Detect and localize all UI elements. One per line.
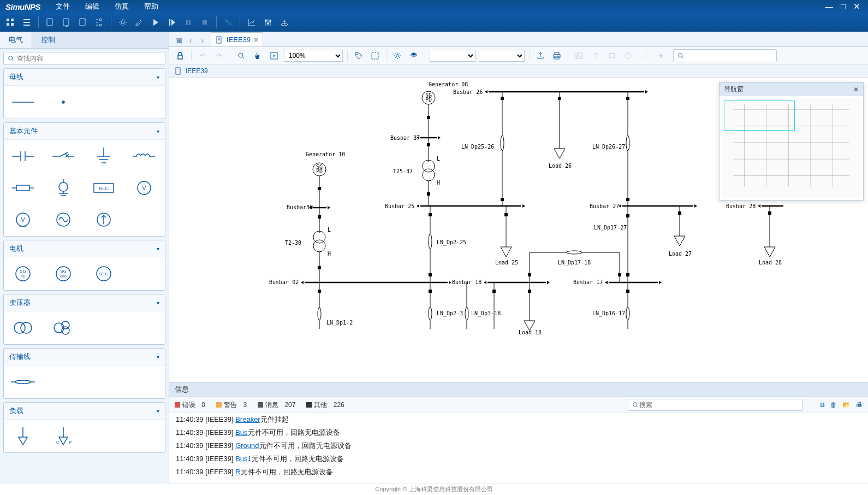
menu-file[interactable]: 文件 [48,2,78,11]
svg-marker-143 [554,149,565,158]
canvas-search[interactable] [673,49,777,62]
comp-sgcipd[interactable]: SGCIPD [50,263,77,285]
save-doc-icon[interactable] [76,15,90,30]
category-header[interactable]: 母线▾ [4,69,165,86]
comp-xfmr3[interactable] [50,317,77,339]
comp-vsource[interactable]: V [130,177,158,199]
comp-resistor[interactable] [9,177,37,199]
svg-point-82 [356,54,358,55]
nav-minimap[interactable] [720,96,863,200]
category-header[interactable]: 基本元件▾ [4,123,165,140]
message-row[interactable]: 11:40:39 [IEEE39] R元件不可用，回路无电源设备 [169,465,868,479]
sliders-icon[interactable] [261,15,275,30]
canvas[interactable]: Generator 08 SG PD Busbar 37 T25-37 L H [169,78,868,382]
nav-window-header[interactable]: 导航窗 ✕ [720,82,863,96]
comp-xfmr2[interactable] [9,317,37,339]
tab-close-icon[interactable]: × [254,36,258,44]
tag-icon[interactable] [352,49,365,62]
scope-icon[interactable] [277,15,292,30]
search-icon [677,52,685,60]
doc-tab-ieee39[interactable]: IEEE39 × [211,32,263,46]
layer-select[interactable] [430,50,475,62]
comp-busbar-line[interactable] [9,91,37,113]
message-search-input[interactable] [639,401,799,409]
nav-close-icon[interactable]: ✕ [853,86,859,93]
tab-electrical[interactable]: 电气 [0,32,32,48]
minimize-icon[interactable]: — [825,2,833,11]
comp-acsource[interactable] [50,209,77,231]
comp-inductor[interactable] [130,145,158,167]
nav-window[interactable]: 导航窗 ✕ [719,82,864,201]
category-header[interactable]: 负载▾ [4,403,165,420]
step-icon[interactable] [165,15,179,30]
breadcrumb-label[interactable]: IEEE39 [186,67,208,75]
edit-icon[interactable] [132,15,146,30]
gear-icon[interactable] [116,15,130,30]
category-header[interactable]: 电机▾ [4,240,165,257]
comp-ground[interactable] [90,145,117,167]
print-icon[interactable] [550,49,563,62]
open-folder-icon[interactable]: 📂 [842,401,851,409]
nav-viewport[interactable] [724,101,795,131]
settings-tree-icon[interactable] [92,15,106,30]
zoom-select[interactable]: 100% [284,50,343,62]
message-row[interactable]: 11:40:39 [IEEE39] Breaker元件挂起 [169,413,868,426]
filter-errors[interactable]: 错误 0 [175,400,205,410]
list-icon[interactable] [20,15,34,30]
copy-icon[interactable]: ⧉ [820,401,825,409]
lock-icon[interactable] [174,49,187,62]
menu-help[interactable]: 帮助 [136,2,166,11]
comp-busbar-node[interactable] [50,91,77,113]
play-icon[interactable] [148,15,163,30]
category-header[interactable]: 传输线▾ [4,349,165,366]
delete-icon[interactable]: 🗑 [830,401,837,409]
zoom-icon[interactable] [235,49,248,62]
nav-fwd-icon[interactable]: › [197,34,209,46]
svg-point-169 [429,234,432,249]
menu-sim[interactable]: 仿真 [107,2,136,11]
nav-back-icon[interactable]: ‹ [185,34,197,46]
filter-info[interactable]: 消息 207 [258,400,295,410]
comp-tline[interactable] [9,371,37,393]
select-all-icon[interactable] [368,49,382,62]
message-row[interactable]: 11:40:39 [IEEE39] Bus1元件不可用，回路无电源设备 [169,452,868,465]
maximize-icon[interactable]: □ [841,2,846,11]
open-doc-icon[interactable] [60,15,74,30]
sidebar-search[interactable] [3,52,165,65]
close-icon[interactable]: ✕ [853,2,860,11]
comp-scig[interactable]: SCIG [90,263,117,285]
comp-switch[interactable] [50,145,77,167]
tab-control[interactable]: 控制 [32,32,64,48]
comp-load-arrow[interactable] [9,425,37,447]
message-row[interactable]: 11:40:39 [IEEE39] Bus元件不可用，回路无电源设备 [169,426,868,439]
message-row[interactable]: 11:40:39 [IEEE39] Ground元件不可用，回路无电源设备 [169,439,868,452]
chart-icon[interactable] [245,15,259,30]
comp-capacitor[interactable] [9,145,37,167]
comp-source-ground[interactable] [50,177,77,199]
grid-icon[interactable] [3,15,17,30]
comp-load-cvp[interactable]: CP [50,425,77,447]
message-search[interactable] [628,399,802,411]
canvas-search-input[interactable] [687,52,773,60]
properties-icon[interactable] [391,49,404,62]
comp-rlc[interactable]: RLC [90,177,117,199]
pan-icon[interactable] [251,49,264,62]
comp-vmeter[interactable]: V [9,209,37,231]
comp-isource[interactable] [90,209,117,231]
filter-other[interactable]: 其他 226 [306,400,344,410]
message-list[interactable]: 11:40:39 [IEEE39] Breaker元件挂起11:40:39 [I… [169,413,868,483]
svg-rect-168 [429,273,432,276]
nav-up-icon[interactable]: ▣ [173,34,185,46]
export-icon[interactable] [534,49,547,62]
print-msg-icon[interactable]: 🖶 [856,401,863,409]
menu-edit[interactable]: 编辑 [78,2,107,11]
style-select[interactable] [479,50,525,62]
svg-text:PD: PD [21,275,26,278]
fit-icon[interactable] [267,49,281,62]
search-input[interactable] [17,55,162,62]
layers-icon[interactable] [407,49,420,62]
filter-warnings[interactable]: 警告 3 [216,400,247,410]
category-header[interactable]: 变压器▾ [4,294,165,311]
comp-sgpd[interactable]: SGPD [9,263,37,285]
new-doc-icon[interactable] [43,15,57,30]
